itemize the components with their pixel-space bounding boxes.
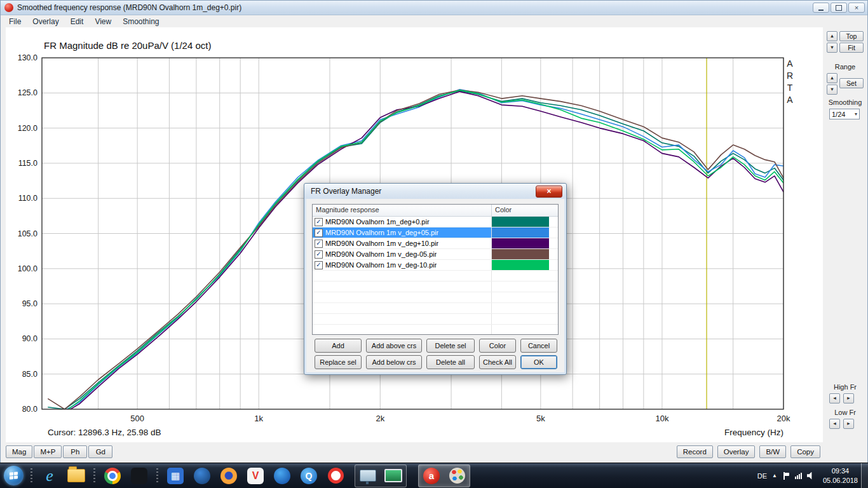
high-fr-label: High Fr <box>823 383 867 391</box>
mag-button[interactable]: Mag <box>6 445 32 458</box>
delete-all-button[interactable]: Delete all <box>426 355 475 369</box>
cancel-button[interactable]: Cancel <box>520 339 557 353</box>
blue-grid-app-icon[interactable]: ▦ <box>162 463 189 488</box>
column-header-color[interactable]: Color <box>492 205 558 216</box>
taskbar: e▦VQa DE ▲ 09:34 05.06.2018 <box>0 463 868 488</box>
tray-network-icon[interactable] <box>795 473 802 479</box>
menu-file[interactable]: File <box>3 16 27 27</box>
overlay-list-header: Magnitude response Color <box>313 205 558 217</box>
thunderbird-icon[interactable] <box>269 463 295 488</box>
titlebar[interactable]: Smoothed frequency response (MRD90N Oval… <box>1 1 867 15</box>
file-manager-icon[interactable] <box>63 463 90 488</box>
range-label: Range <box>823 63 867 71</box>
add-button[interactable]: Add <box>315 339 362 353</box>
ph-button[interactable]: Ph <box>63 445 87 458</box>
quicktime-icon[interactable]: Q <box>295 463 322 488</box>
m-p-button[interactable]: M+P <box>34 445 62 458</box>
vivaldi-icon[interactable]: V <box>242 463 269 488</box>
x-axis-label: Frequency (Hz) <box>724 428 783 437</box>
color-palette-icon[interactable] <box>444 465 470 487</box>
language-indicator[interactable]: DE <box>757 472 767 480</box>
show-desktop-button[interactable] <box>861 463 868 488</box>
overlay-item-row[interactable]: ✓MRD90N Ovalhorn 1m v_deg+10.pir <box>313 238 558 249</box>
projector-app-icon[interactable] <box>355 465 381 487</box>
smoothing-value: 1/24 <box>832 111 845 118</box>
opera-icon[interactable] <box>322 463 349 488</box>
column-header-magnitude-response[interactable]: Magnitude response <box>313 205 492 216</box>
restore-button[interactable] <box>831 3 847 13</box>
y-tick-label: 90.0 <box>22 334 37 343</box>
internet-explorer-icon[interactable]: e <box>36 463 63 488</box>
taskbar-grip <box>156 468 158 484</box>
menu-view[interactable]: View <box>89 16 117 27</box>
dialog-close-button[interactable]: × <box>536 186 562 198</box>
b-w-button[interactable]: B/W <box>759 445 786 458</box>
add-above-crs-button[interactable]: Add above crs <box>366 339 422 353</box>
dark-cat-app-icon[interactable] <box>126 463 153 488</box>
tray-volume-icon[interactable] <box>807 472 815 480</box>
replace-sel-button[interactable]: Replace sel <box>315 355 362 369</box>
top-spinner-up[interactable]: ▲ <box>827 31 837 41</box>
check-all-button[interactable]: Check All <box>479 355 516 369</box>
dialog-titlebar[interactable]: FR Overlay Manager × <box>304 184 566 199</box>
y-tick-label: 100.0 <box>18 264 37 273</box>
overlay-item-row[interactable]: ✓MRD90N Ovalhorn 1m_deg+0.pir <box>313 217 558 227</box>
record-button[interactable]: Record <box>677 445 713 458</box>
tray-flag-icon[interactable] <box>782 472 790 480</box>
overlay-item-color-swatch <box>492 227 549 238</box>
minimize-button[interactable] <box>813 3 829 13</box>
fit-button[interactable]: Fit <box>839 43 864 53</box>
low-fr-right-button[interactable]: ► <box>843 419 854 429</box>
overlay-item-checkbox[interactable]: ✓ <box>315 229 323 237</box>
smoothing-label: Smoothing <box>823 98 867 106</box>
chrome-icon[interactable] <box>99 463 126 488</box>
smoothing-select[interactable]: 1/24 ▾ <box>829 109 860 119</box>
menu-edit[interactable]: Edit <box>65 16 90 27</box>
range-spinner-up[interactable]: ▲ <box>827 73 837 83</box>
overlay-item-name-cell: ✓MRD90N Ovalhorn 1m_deg+0.pir <box>313 217 492 227</box>
overlay-button[interactable]: Overlay <box>717 445 756 458</box>
overlay-item-name-cell: ✓MRD90N Ovalhorn 1m v_deg+05.pir <box>313 227 492 238</box>
overlay-item-color-swatch <box>492 260 549 270</box>
ok-button[interactable]: OK <box>520 355 557 369</box>
set-button[interactable]: Set <box>839 78 864 88</box>
bottom-toolbar: MagM+PPhGd RecordOverlayB/WCopy <box>1 442 867 463</box>
color-button[interactable]: Color <box>479 339 516 353</box>
overlay-empty-row <box>313 325 558 335</box>
taskbar-clock[interactable]: 09:34 05.06.2018 <box>823 466 858 485</box>
low-fr-left-button[interactable]: ◄ <box>829 419 840 429</box>
overlay-item-row[interactable]: ✓MRD90N Ovalhorn 1m v_deg-10.pir <box>313 260 558 271</box>
top-button[interactable]: Top <box>839 31 864 41</box>
x-tick-label: 20k <box>777 414 790 423</box>
firefox-icon[interactable] <box>215 463 242 488</box>
overlay-item-row[interactable]: ✓MRD90N Ovalhorn 1m v_deg-05.pir <box>313 249 558 260</box>
copy-button[interactable]: Copy <box>790 445 820 458</box>
y-tick-label: 80.0 <box>22 405 37 414</box>
x-tick-label: 500 <box>130 414 144 423</box>
arta-taskbar-icon[interactable]: a <box>419 465 444 487</box>
overlay-item-name-cell: ✓MRD90N Ovalhorn 1m v_deg+10.pir <box>313 238 492 248</box>
windows-flag-icon <box>10 471 18 480</box>
menu-overlay[interactable]: Overlay <box>27 16 64 27</box>
start-button[interactable] <box>0 463 27 488</box>
top-spinner-down[interactable]: ▼ <box>827 43 837 53</box>
range-spinner-down[interactable]: ▼ <box>827 85 837 95</box>
menu-smoothing[interactable]: Smoothing <box>117 16 165 27</box>
overlay-item-checkbox[interactable]: ✓ <box>315 250 323 259</box>
overlay-item-row[interactable]: ✓MRD90N Ovalhorn 1m v_deg+05.pir <box>313 227 558 238</box>
close-button[interactable]: × <box>848 3 865 13</box>
add-below-crs-button[interactable]: Add below crs <box>366 355 422 369</box>
window-title: Smoothed frequency response (MRD90N Oval… <box>17 3 813 12</box>
cursor-readout: Cursor: 12896.3 Hz, 25.98 dB <box>48 428 161 437</box>
high-fr-left-button[interactable]: ◄ <box>829 393 840 403</box>
x-tick-label: 10k <box>655 414 668 423</box>
overlay-item-checkbox[interactable]: ✓ <box>315 218 323 226</box>
high-fr-right-button[interactable]: ► <box>843 393 854 403</box>
display-settings-icon[interactable] <box>381 465 406 487</box>
overlay-item-checkbox[interactable]: ✓ <box>315 261 323 269</box>
delete-sel-button[interactable]: Delete sel <box>426 339 475 353</box>
tray-expand-icon[interactable]: ▲ <box>772 473 777 478</box>
overlay-item-checkbox[interactable]: ✓ <box>315 240 323 248</box>
globe-app-icon[interactable] <box>189 463 215 488</box>
gd-button[interactable]: Gd <box>88 445 112 458</box>
